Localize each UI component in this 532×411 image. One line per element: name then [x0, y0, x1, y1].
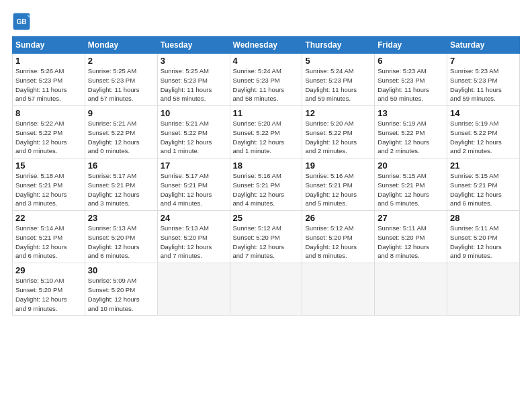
- day-number: 27: [378, 213, 444, 223]
- day-number: 21: [450, 161, 517, 171]
- day-info: Sunrise: 5:25 AM Sunset: 5:23 PM Dayligh…: [88, 66, 154, 103]
- day-number: 9: [88, 108, 154, 118]
- week-row-4: 22Sunrise: 5:14 AM Sunset: 5:21 PM Dayli…: [13, 211, 520, 263]
- week-row-1: 1Sunrise: 5:26 AM Sunset: 5:23 PM Daylig…: [13, 54, 520, 106]
- logo-icon: GB: [12, 12, 31, 31]
- day-info: Sunrise: 5:19 AM Sunset: 5:22 PM Dayligh…: [378, 119, 444, 156]
- calendar-cell: 29Sunrise: 5:10 AM Sunset: 5:20 PM Dayli…: [13, 263, 85, 316]
- day-number: 24: [161, 213, 227, 223]
- day-number: 16: [88, 161, 154, 171]
- col-header-tuesday: Tuesday: [157, 37, 230, 54]
- week-row-5: 29Sunrise: 5:10 AM Sunset: 5:20 PM Dayli…: [13, 263, 520, 316]
- day-info: Sunrise: 5:22 AM Sunset: 5:22 PM Dayligh…: [15, 119, 82, 156]
- day-info: Sunrise: 5:26 AM Sunset: 5:23 PM Dayligh…: [15, 66, 82, 103]
- col-header-wednesday: Wednesday: [230, 37, 302, 54]
- calendar-cell: [157, 263, 230, 316]
- calendar-cell: 6Sunrise: 5:23 AM Sunset: 5:23 PM Daylig…: [375, 54, 447, 106]
- day-number: 20: [378, 161, 444, 171]
- calendar-cell: 28Sunrise: 5:11 AM Sunset: 5:20 PM Dayli…: [447, 211, 520, 263]
- week-row-3: 15Sunrise: 5:18 AM Sunset: 5:21 PM Dayli…: [13, 158, 520, 211]
- day-info: Sunrise: 5:21 AM Sunset: 5:22 PM Dayligh…: [161, 119, 227, 156]
- day-info: Sunrise: 5:20 AM Sunset: 5:22 PM Dayligh…: [233, 119, 300, 156]
- day-number: 4: [233, 56, 300, 66]
- calendar-cell: 10Sunrise: 5:21 AM Sunset: 5:22 PM Dayli…: [157, 106, 230, 158]
- calendar-cell: 17Sunrise: 5:17 AM Sunset: 5:21 PM Dayli…: [157, 158, 230, 211]
- calendar-cell: 20Sunrise: 5:15 AM Sunset: 5:21 PM Dayli…: [375, 158, 447, 211]
- svg-text:GB: GB: [16, 18, 26, 26]
- day-number: 15: [15, 161, 82, 171]
- calendar-cell: 22Sunrise: 5:14 AM Sunset: 5:21 PM Dayli…: [13, 211, 85, 263]
- calendar-cell: 27Sunrise: 5:11 AM Sunset: 5:20 PM Dayli…: [375, 211, 447, 263]
- calendar-cell: 14Sunrise: 5:19 AM Sunset: 5:22 PM Dayli…: [447, 106, 520, 158]
- day-info: Sunrise: 5:17 AM Sunset: 5:21 PM Dayligh…: [88, 171, 154, 208]
- day-number: 29: [15, 265, 82, 275]
- calendar-cell: 15Sunrise: 5:18 AM Sunset: 5:21 PM Dayli…: [13, 158, 85, 211]
- calendar-cell: 30Sunrise: 5:09 AM Sunset: 5:20 PM Dayli…: [85, 263, 157, 316]
- day-info: Sunrise: 5:13 AM Sunset: 5:20 PM Dayligh…: [161, 224, 227, 261]
- day-info: Sunrise: 5:09 AM Sunset: 5:20 PM Dayligh…: [88, 276, 154, 313]
- col-header-monday: Monday: [85, 37, 157, 54]
- week-row-2: 8Sunrise: 5:22 AM Sunset: 5:22 PM Daylig…: [13, 106, 520, 158]
- calendar-cell: 2Sunrise: 5:25 AM Sunset: 5:23 PM Daylig…: [85, 54, 157, 106]
- calendar-cell: [375, 263, 447, 316]
- day-number: 26: [305, 213, 371, 223]
- day-number: 7: [450, 56, 517, 66]
- col-header-friday: Friday: [375, 37, 447, 54]
- day-info: Sunrise: 5:12 AM Sunset: 5:20 PM Dayligh…: [233, 224, 300, 261]
- day-info: Sunrise: 5:25 AM Sunset: 5:23 PM Dayligh…: [161, 66, 227, 103]
- day-info: Sunrise: 5:15 AM Sunset: 5:21 PM Dayligh…: [378, 171, 444, 208]
- day-number: 2: [88, 56, 154, 66]
- day-number: 19: [305, 161, 371, 171]
- day-number: 17: [161, 161, 227, 171]
- day-number: 25: [233, 213, 300, 223]
- day-info: Sunrise: 5:16 AM Sunset: 5:21 PM Dayligh…: [305, 171, 371, 208]
- day-info: Sunrise: 5:23 AM Sunset: 5:23 PM Dayligh…: [450, 66, 517, 103]
- day-info: Sunrise: 5:11 AM Sunset: 5:20 PM Dayligh…: [378, 224, 444, 261]
- calendar-cell: 19Sunrise: 5:16 AM Sunset: 5:21 PM Dayli…: [302, 158, 375, 211]
- calendar-cell: 18Sunrise: 5:16 AM Sunset: 5:21 PM Dayli…: [230, 158, 302, 211]
- day-number: 28: [450, 213, 517, 223]
- day-info: Sunrise: 5:10 AM Sunset: 5:20 PM Dayligh…: [15, 276, 82, 313]
- calendar-cell: 7Sunrise: 5:23 AM Sunset: 5:23 PM Daylig…: [447, 54, 520, 106]
- day-info: Sunrise: 5:14 AM Sunset: 5:21 PM Dayligh…: [15, 224, 82, 261]
- calendar-cell: 12Sunrise: 5:20 AM Sunset: 5:22 PM Dayli…: [302, 106, 375, 158]
- day-number: 30: [88, 265, 154, 275]
- col-header-thursday: Thursday: [302, 37, 375, 54]
- day-info: Sunrise: 5:18 AM Sunset: 5:21 PM Dayligh…: [15, 171, 82, 208]
- col-header-saturday: Saturday: [447, 37, 520, 54]
- calendar-cell: [447, 263, 520, 316]
- calendar-cell: 9Sunrise: 5:21 AM Sunset: 5:22 PM Daylig…: [85, 106, 157, 158]
- day-info: Sunrise: 5:12 AM Sunset: 5:20 PM Dayligh…: [305, 224, 371, 261]
- day-info: Sunrise: 5:23 AM Sunset: 5:23 PM Dayligh…: [378, 66, 444, 103]
- day-info: Sunrise: 5:20 AM Sunset: 5:22 PM Dayligh…: [305, 119, 371, 156]
- day-info: Sunrise: 5:13 AM Sunset: 5:20 PM Dayligh…: [88, 224, 154, 261]
- day-number: 18: [233, 161, 300, 171]
- calendar-cell: 13Sunrise: 5:19 AM Sunset: 5:22 PM Dayli…: [375, 106, 447, 158]
- day-info: Sunrise: 5:11 AM Sunset: 5:20 PM Dayligh…: [450, 224, 517, 261]
- day-number: 1: [15, 56, 82, 66]
- col-header-sunday: Sunday: [13, 37, 85, 54]
- day-number: 10: [161, 108, 227, 118]
- calendar-cell: [302, 263, 375, 316]
- calendar-cell: 5Sunrise: 5:24 AM Sunset: 5:23 PM Daylig…: [302, 54, 375, 106]
- calendar-cell: 4Sunrise: 5:24 AM Sunset: 5:23 PM Daylig…: [230, 54, 302, 106]
- calendar-cell: 16Sunrise: 5:17 AM Sunset: 5:21 PM Dayli…: [85, 158, 157, 211]
- calendar-cell: 23Sunrise: 5:13 AM Sunset: 5:20 PM Dayli…: [85, 211, 157, 263]
- day-number: 8: [15, 108, 82, 118]
- calendar-cell: 3Sunrise: 5:25 AM Sunset: 5:23 PM Daylig…: [157, 54, 230, 106]
- calendar-table: SundayMondayTuesdayWednesdayThursdayFrid…: [12, 36, 520, 316]
- day-info: Sunrise: 5:19 AM Sunset: 5:22 PM Dayligh…: [450, 119, 517, 156]
- day-number: 3: [161, 56, 227, 66]
- calendar-cell: [230, 263, 302, 316]
- header-row-days: SundayMondayTuesdayWednesdayThursdayFrid…: [13, 37, 520, 54]
- day-number: 22: [15, 213, 82, 223]
- day-info: Sunrise: 5:24 AM Sunset: 5:23 PM Dayligh…: [233, 66, 300, 103]
- day-number: 11: [233, 108, 300, 118]
- day-number: 14: [450, 108, 517, 118]
- day-info: Sunrise: 5:24 AM Sunset: 5:23 PM Dayligh…: [305, 66, 371, 103]
- day-info: Sunrise: 5:21 AM Sunset: 5:22 PM Dayligh…: [88, 119, 154, 156]
- page-container: GB SundayMondayTuesdayWednesdayThursdayF…: [0, 0, 532, 322]
- day-info: Sunrise: 5:15 AM Sunset: 5:21 PM Dayligh…: [450, 171, 517, 208]
- calendar-cell: 11Sunrise: 5:20 AM Sunset: 5:22 PM Dayli…: [230, 106, 302, 158]
- header-row: GB: [12, 12, 520, 31]
